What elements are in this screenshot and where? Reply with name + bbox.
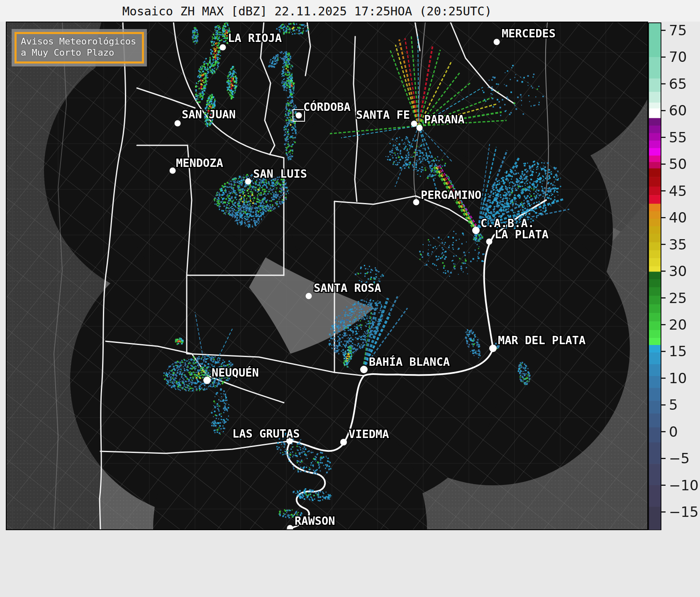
city-label: MENDOZA — [176, 157, 223, 169]
colorbar-tick-label: 70 — [669, 49, 687, 65]
colorbar-tick-label: 20 — [669, 316, 687, 333]
colorbar-tick-label: −15 — [669, 504, 699, 520]
colorbar-tick-label: 45 — [669, 183, 687, 199]
city-label: MAR DEL PLATA — [498, 334, 585, 347]
colorbar-tick-label: 15 — [669, 343, 687, 360]
colorbar-tick-label: 30 — [669, 263, 687, 279]
warning-badge-line1: Avisos Meteorológicos — [21, 36, 136, 47]
city-label: LA RIOJA — [228, 32, 282, 44]
colorbar-tick-label: 40 — [669, 209, 687, 226]
page-title: Mosaico ZH MAX [dBZ] 22.11.2025 17:25HOA… — [0, 4, 614, 18]
colorbar-tick-label: −5 — [669, 450, 690, 467]
city-label: PERGAMINO — [421, 188, 481, 201]
city-label: RAWSON — [295, 514, 335, 527]
colorbar-tick-label: 10 — [669, 370, 687, 387]
colorbar-tick-label: 35 — [669, 236, 687, 253]
city-label: SAN JUAN — [182, 108, 236, 121]
city-label: PARANA — [424, 113, 465, 126]
map-background: LA RIOJAMERCEDESSAN JUANCÓRDOBAMENDOZASA… — [0, 22, 700, 530]
warning-badge-frame: Avisos Meteorológicos a Muy Corto Plazo — [15, 32, 144, 64]
colorbar-tick-label: 75 — [669, 22, 687, 39]
colorbar-tick-label: 65 — [669, 76, 687, 92]
colorbar-tick-label: 0 — [669, 423, 678, 440]
radar-mosaic-map: LA RIOJAMERCEDESSAN JUANCÓRDOBAMENDOZASA… — [0, 22, 700, 530]
city-label: LA PLATA — [495, 228, 549, 241]
city-label: VIEDMA — [349, 428, 389, 440]
city-label: SANTA ROSA — [314, 281, 381, 294]
colorbar-tick-label: 50 — [669, 156, 687, 172]
colorbar-tick-label: 60 — [669, 102, 687, 119]
warning-badge: Avisos Meteorológicos a Muy Corto Plazo — [12, 29, 147, 66]
footer: Servicio Meteorológico Nacional Argentin… — [0, 530, 700, 597]
city-label: LAS GRUTAS — [232, 427, 300, 440]
colorbar-tick-label: −10 — [669, 477, 699, 494]
warning-badge-line2: a Muy Corto Plazo — [21, 47, 136, 58]
city-label: CÓRDOBA — [303, 100, 351, 113]
city-label: MERCEDES — [502, 27, 556, 40]
city-label: NEUQUÉN — [212, 366, 259, 379]
colorbar-tick-label: 5 — [669, 396, 678, 413]
city-label: BAHÍA BLANCA — [369, 355, 450, 368]
title-bar: Mosaico ZH MAX [dBZ] 22.11.2025 17:25HOA… — [0, 0, 700, 22]
city-label: SAN LUIS — [253, 167, 307, 180]
colorbar: 757065605550454035302520151050−5−10−15 — [649, 22, 699, 530]
city-label: SANTA FE — [356, 108, 410, 121]
colorbar-tick-label: 25 — [669, 290, 687, 306]
colorbar-tick-label: 55 — [669, 129, 687, 146]
